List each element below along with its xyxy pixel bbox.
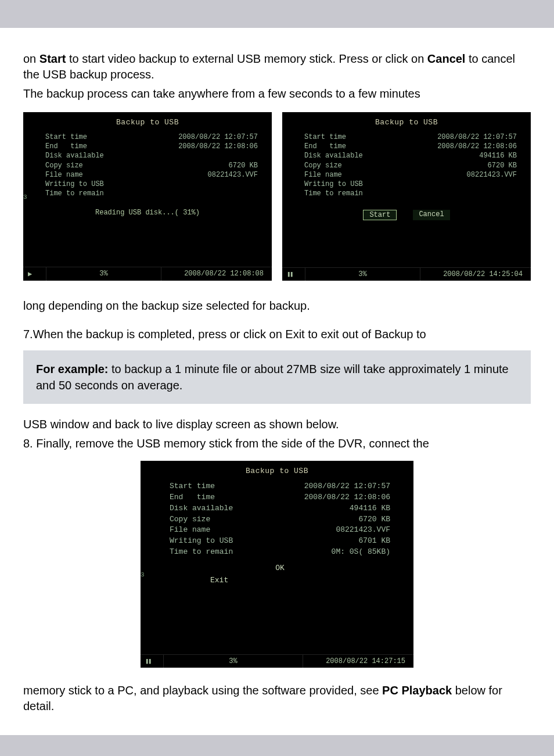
value: 494116 KB <box>350 503 390 514</box>
callout-lead: For example: <box>36 363 108 375</box>
start-button[interactable]: Start <box>363 210 397 220</box>
label: File name <box>170 525 210 536</box>
exit-button[interactable]: Exit <box>170 576 390 585</box>
progress-text: Reading USB disk...( 31%) <box>23 209 272 217</box>
label: Time to remain <box>45 189 104 198</box>
status-bar: 3% 2008/08/22 14:25:04 <box>282 267 531 281</box>
label: End time <box>45 142 87 151</box>
kv-row: End time2008/08/22 12:08:06 <box>45 142 258 151</box>
status-percent: 3% <box>164 655 303 668</box>
value: 0M: 0S( 85KB) <box>332 547 390 558</box>
kv-row: File name08221423.VVF <box>45 170 258 180</box>
pause-icon <box>282 268 305 281</box>
start-keyword: Start <box>39 52 66 65</box>
value: 08221423.VVF <box>208 170 258 180</box>
kv-row: Writing to USB6701 KB <box>170 536 390 547</box>
value: 6720 KB <box>488 161 517 170</box>
value: 08221423.VVF <box>336 525 390 536</box>
screenshot-center-wrap: Backup to USB Start time2008/08/22 12:07… <box>23 461 531 668</box>
status-timestamp: 2008/08/22 14:25:04 <box>420 268 531 281</box>
text: to start video backup to external USB me… <box>66 52 427 65</box>
step-7-text: 7.When the backup is completed, press or… <box>23 327 531 342</box>
screenshot-row: Backup to USB Start time2008/08/22 12:07… <box>23 112 531 281</box>
page-content: on Start to start video backup to extern… <box>0 28 554 735</box>
status-percent: 3% <box>305 268 420 281</box>
value: 6720 KB <box>229 161 258 170</box>
value: 2008/08/22 12:08:06 <box>178 142 258 151</box>
step-8-text: 8. Finally, remove the USB memory stick … <box>23 436 531 452</box>
label: Disk available <box>170 503 233 514</box>
status-timestamp: 2008/08/22 14:27:15 <box>303 655 413 668</box>
label: Writing to USB <box>170 536 233 547</box>
label: Start time <box>170 481 215 492</box>
intro-paragraph-1: on Start to start video backup to extern… <box>23 51 531 83</box>
value: 2008/08/22 12:07:57 <box>304 481 390 492</box>
label: Time to remain <box>170 547 233 558</box>
kv-row: Disk available494116 KB <box>304 151 517 160</box>
text: memory stick to a PC, and playback using… <box>23 684 382 697</box>
value: 2008/08/22 12:08:06 <box>304 492 390 503</box>
kv-row: Disk available <box>45 151 258 160</box>
kv-row: File name08221423.VVF <box>170 525 390 536</box>
outro-paragraph: memory stick to a PC, and playback using… <box>23 683 531 714</box>
pc-playback-keyword: PC Playback <box>382 684 452 697</box>
label: Start time <box>304 132 346 142</box>
value: 494116 KB <box>479 151 517 160</box>
dialog-body: Start time2008/08/22 12:07:57 End time20… <box>282 130 531 198</box>
kv-row: Writing to USB <box>45 180 258 189</box>
dialog-title: Backup to USB <box>282 112 531 130</box>
kv-row: Writing to USB <box>304 180 517 189</box>
kv-row: Copy size6720 KB <box>304 161 517 170</box>
kv-row: Time to remain <box>304 189 517 198</box>
label: Disk available <box>304 151 363 160</box>
label: End time <box>170 492 215 503</box>
label: Writing to USB <box>45 180 104 189</box>
status-percent: 3% <box>46 267 161 281</box>
kv-row: Time to remain <box>45 189 258 198</box>
kv-row: Copy size6720 KB <box>170 514 390 525</box>
kv-row: Disk available494116 KB <box>170 503 390 514</box>
text: on <box>23 52 39 65</box>
kv-row: Copy size6720 KB <box>45 161 258 170</box>
kv-row: Start time2008/08/22 12:07:57 <box>304 132 517 142</box>
cancel-button[interactable]: Cancel <box>413 210 449 220</box>
label: Copy size <box>304 161 342 170</box>
label: Copy size <box>45 161 83 170</box>
screenshot-exit: Backup to USB Start time2008/08/22 12:07… <box>141 461 413 668</box>
value: 08221423.VVF <box>467 170 517 180</box>
label: Time to remain <box>304 189 363 198</box>
screenshot-start-cancel: Backup to USB Start time2008/08/22 12:07… <box>282 112 531 281</box>
status-bar: 3% 2008/08/22 12:08:08 <box>23 267 272 281</box>
label: Copy size <box>170 514 210 525</box>
after-callout-text-a: USB window and back to live display scre… <box>23 417 531 432</box>
kv-row: Time to remain0M: 0S( 85KB) <box>170 547 390 558</box>
cancel-keyword: Cancel <box>427 52 466 65</box>
pause-icon <box>141 655 164 668</box>
value: 2008/08/22 12:07:57 <box>437 132 517 142</box>
value: 2008/08/22 12:08:06 <box>437 142 517 151</box>
after-shots-text: long depending on the backup size select… <box>23 298 531 314</box>
kv-row: End time2008/08/22 12:08:06 <box>170 492 390 503</box>
example-callout: For example: to backup a 1 minute file o… <box>23 350 531 404</box>
play-icon <box>23 267 46 281</box>
dialog-title: Backup to USB <box>23 112 272 130</box>
kv-row: File name08221423.VVF <box>304 170 517 180</box>
edge-marker: 3 <box>141 571 145 578</box>
status-timestamp: 2008/08/22 12:08:08 <box>161 267 272 281</box>
label: Start time <box>45 132 87 142</box>
label: End time <box>304 142 346 151</box>
dialog-title: Backup to USB <box>141 461 413 479</box>
label: File name <box>45 170 83 180</box>
value: 6720 KB <box>358 514 390 525</box>
kv-row: Start time2008/08/22 12:07:57 <box>170 481 390 492</box>
value: 2008/08/22 12:07:57 <box>178 132 258 142</box>
kv-row: Start time2008/08/22 12:07:57 <box>45 132 258 142</box>
dialog-body: Start time2008/08/22 12:07:57 End time20… <box>23 130 272 198</box>
label: File name <box>304 170 342 180</box>
intro-paragraph-2: The backup process can take anywhere fro… <box>23 86 531 102</box>
kv-row: End time2008/08/22 12:08:06 <box>304 142 517 151</box>
status-bar: 3% 2008/08/22 14:27:15 <box>141 654 413 668</box>
edge-marker: 3 <box>23 194 27 200</box>
label: Disk available <box>45 151 104 160</box>
value: 6701 KB <box>358 536 390 547</box>
